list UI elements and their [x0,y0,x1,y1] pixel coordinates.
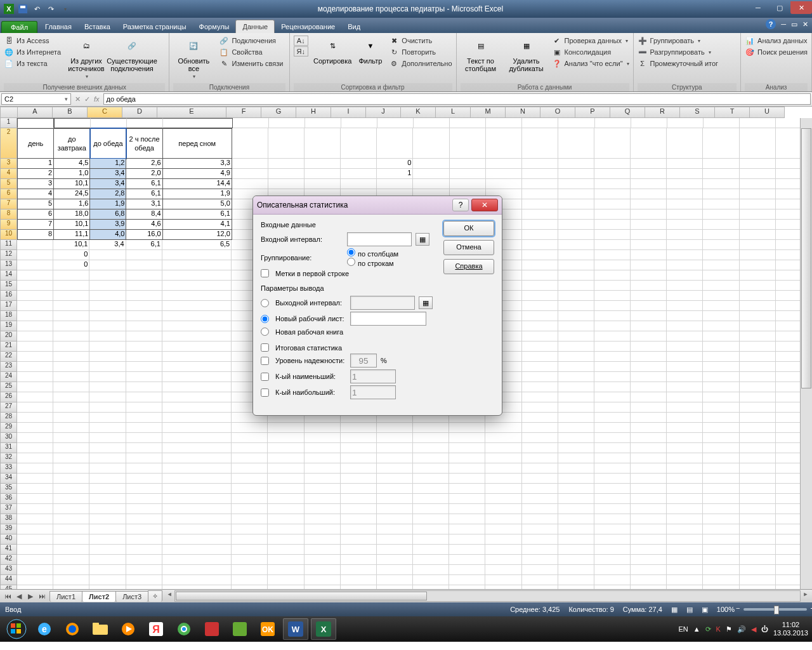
checkbox-confidence[interactable] [261,357,269,365]
checkbox-labels-first-row[interactable] [261,269,269,277]
radio-new-worksheet[interactable] [261,315,269,323]
input-range-field[interactable] [347,232,412,246]
dialog-help-icon[interactable]: ? [452,199,469,211]
radio-by-columns[interactable] [347,248,355,256]
dialog-title: Описательная статистика [257,201,348,209]
help-button[interactable]: Справка [443,259,494,274]
cancel-button[interactable]: Отмена [443,240,494,255]
new-worksheet-field[interactable] [350,312,426,326]
kth-largest-field [350,385,396,399]
label-grouping: Группирование: [261,254,343,262]
ok-button[interactable]: ОК [443,221,494,236]
descriptive-statistics-dialog: Описательная статистика ? ✕ Входные данн… [252,196,502,416]
dialog-close-button[interactable]: ✕ [471,199,498,211]
checkbox-summary-stats[interactable] [261,343,269,352]
section-input: Входные данные [261,221,437,229]
kth-smallest-field [350,369,396,383]
label-input-range: Входной интервал: [261,235,343,243]
radio-by-rows[interactable] [347,258,355,266]
section-output: Параметры вывода [261,284,437,292]
radio-new-workbook[interactable] [261,328,269,336]
output-range-field [350,296,415,310]
confidence-field [350,354,377,368]
input-range-ref-button[interactable]: ▦ [416,233,429,246]
checkbox-kth-smallest[interactable] [261,373,269,381]
output-range-ref-button[interactable]: ▦ [419,296,433,309]
checkbox-kth-largest[interactable] [261,388,269,397]
radio-output-range[interactable] [261,299,269,307]
